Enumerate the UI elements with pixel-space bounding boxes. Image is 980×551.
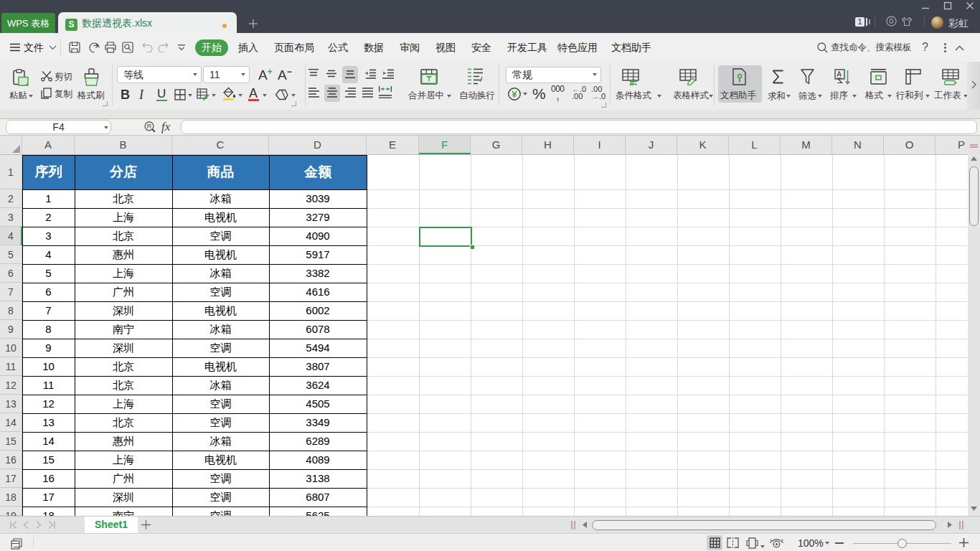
svg-text:R: R	[147, 123, 152, 130]
